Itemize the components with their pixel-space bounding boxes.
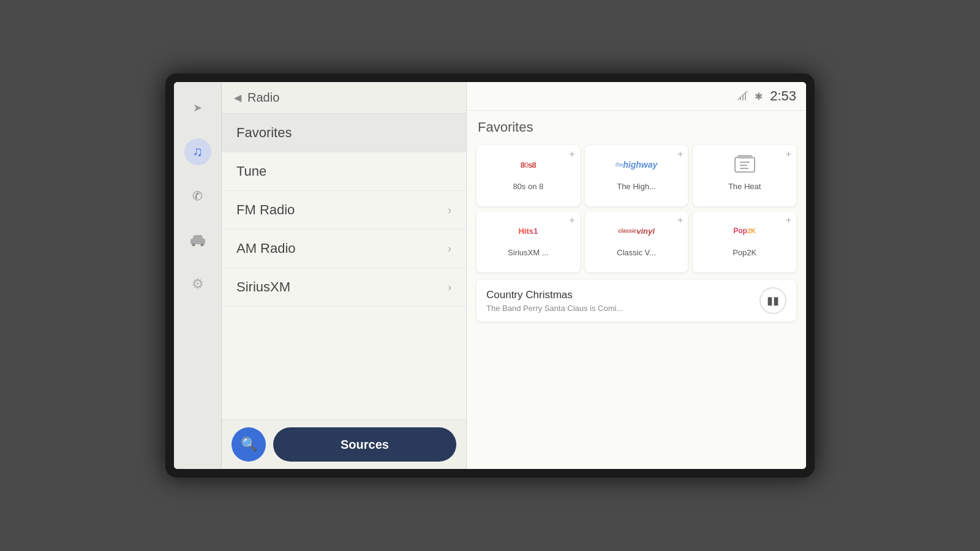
- now-playing: Country Christmas The Band Perry Santa C…: [477, 280, 796, 321]
- bluetooth-icon: ✱: [755, 91, 763, 102]
- chevron-icon: ›: [448, 242, 451, 255]
- svg-rect-10: [737, 155, 752, 159]
- fav-label: Classic V...: [617, 248, 656, 257]
- sidebar: ➤ ♫ ✆ ⚙: [174, 82, 222, 469]
- device-frame: ➤ ♫ ✆ ⚙ ◀ Radio Favorites: [165, 73, 815, 478]
- sidebar-item-phone[interactable]: ✆: [184, 182, 211, 209]
- menu-item-fm-radio[interactable]: FM Radio ›: [222, 191, 466, 230]
- pause-button[interactable]: ▮▮: [760, 287, 786, 314]
- back-icon[interactable]: ◀: [234, 92, 241, 103]
- menu-item-siriusxm[interactable]: SiriusXM ›: [222, 268, 466, 307]
- fav-logo-highway: the highway: [617, 151, 656, 178]
- fav-logo-heat: [725, 151, 764, 178]
- add-icon[interactable]: +: [786, 215, 791, 226]
- fav-card-siriusxm[interactable]: + Hits1 SiriusXM ...: [477, 211, 580, 272]
- fav-card-80s-on-8[interactable]: + 80s8 80s on 8: [477, 145, 580, 206]
- fav-logo-80s: 80s8: [508, 151, 548, 178]
- now-playing-title: Country Christmas: [486, 289, 623, 301]
- add-icon[interactable]: +: [677, 215, 683, 226]
- fav-label: 80s on 8: [513, 182, 543, 191]
- favorites-heading: Favorites: [467, 111, 806, 140]
- signal-icon: [737, 91, 750, 102]
- chevron-icon: ›: [448, 281, 451, 294]
- sidebar-item-car[interactable]: [184, 227, 211, 253]
- sidebar-item-navigation[interactable]: ➤: [184, 94, 211, 121]
- add-icon[interactable]: +: [786, 149, 791, 160]
- menu-item-tune[interactable]: Tune: [222, 152, 466, 191]
- left-panel: ◀ Radio Favorites Tune FM Radio › AM Rad…: [222, 82, 467, 469]
- svg-rect-0: [190, 239, 205, 244]
- right-panel: ✱ 2:53 Favorites + 80s8 80s on 8 +: [467, 82, 806, 469]
- sources-button[interactable]: Sources: [273, 427, 456, 462]
- panel-title: Radio: [247, 91, 279, 105]
- now-playing-subtitle: The Band Perry Santa Claus is Comi...: [486, 304, 623, 313]
- bottom-bar: 🔍 Sources: [222, 419, 466, 469]
- fav-logo-pop2k: Pop2K: [725, 217, 764, 244]
- menu-item-favorites[interactable]: Favorites: [222, 114, 466, 152]
- menu-item-am-radio[interactable]: AM Radio ›: [222, 230, 466, 268]
- fav-card-pop2k[interactable]: + Pop2K Pop2K: [693, 211, 796, 272]
- add-icon[interactable]: +: [569, 149, 575, 160]
- svg-marker-1: [192, 235, 203, 239]
- add-icon[interactable]: +: [569, 215, 575, 226]
- menu-list: Favorites Tune FM Radio › AM Radio › Sir…: [222, 114, 466, 419]
- panel-header: ◀ Radio: [222, 82, 466, 114]
- now-playing-info: Country Christmas The Band Perry Santa C…: [486, 289, 623, 313]
- pause-icon: ▮▮: [767, 294, 779, 307]
- fav-logo-hits: Hits1: [508, 217, 548, 244]
- fav-logo-classic: classic vinyl: [617, 217, 656, 244]
- fav-label: The High...: [617, 182, 656, 191]
- status-icons: ✱: [737, 91, 763, 102]
- screen: ➤ ♫ ✆ ⚙ ◀ Radio Favorites: [174, 82, 806, 469]
- sidebar-item-music[interactable]: ♫: [184, 138, 211, 165]
- fav-card-highway[interactable]: + the highway The High...: [585, 145, 688, 206]
- fav-label: SiriusXM ...: [508, 248, 548, 257]
- fav-label: The Heat: [728, 182, 761, 191]
- search-button[interactable]: 🔍: [232, 427, 266, 462]
- status-bar: ✱ 2:53: [467, 82, 806, 111]
- fav-card-classic-vinyl[interactable]: + classic vinyl Classic V...: [585, 211, 688, 272]
- sidebar-item-settings[interactable]: ⚙: [184, 271, 211, 298]
- chevron-icon: ›: [448, 204, 451, 217]
- add-icon[interactable]: +: [677, 149, 683, 160]
- fav-card-heat[interactable]: + The Heat: [693, 145, 796, 206]
- clock: 2:53: [770, 88, 796, 104]
- fav-label: Pop2K: [733, 248, 756, 257]
- favorites-grid: + 80s8 80s on 8 + the highway The High..…: [467, 140, 806, 277]
- search-icon: 🔍: [241, 437, 257, 452]
